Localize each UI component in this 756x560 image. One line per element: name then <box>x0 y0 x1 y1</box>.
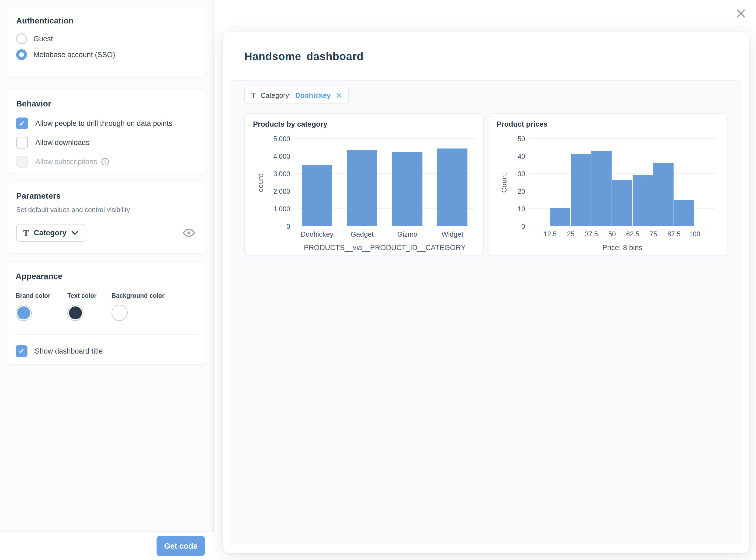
x-category-label: Gadget <box>351 230 374 239</box>
get-code-button[interactable]: Get code <box>157 536 205 556</box>
dashboard-title-toggle-row: Show dashboard title <box>7 345 206 357</box>
checkbox-icon[interactable] <box>16 345 27 357</box>
chart-plot-area <box>529 139 715 226</box>
histogram-bar-87.5[interactable] <box>674 200 695 226</box>
authentication-options: Guest Metabase account (SSO) <box>16 34 197 60</box>
gridline <box>294 226 475 226</box>
checkbox-label: Show dashboard title <box>35 347 103 356</box>
histogram-bar-12.5[interactable] <box>550 208 571 226</box>
behavior-card: Behavior Allow people to drill through o… <box>7 90 206 173</box>
filter-chip-value[interactable]: Doohickey <box>295 92 331 100</box>
radio-icon[interactable] <box>16 34 27 44</box>
checkbox-icon[interactable] <box>16 118 28 129</box>
close-icon[interactable] <box>735 7 747 19</box>
embed-settings-page: Authentication Guest Metabase account (S… <box>0 0 756 560</box>
divider <box>15 335 198 335</box>
y-tick-label: 2,000 <box>245 187 290 195</box>
x-tick-label: 100 <box>689 230 700 238</box>
background-color-swatch[interactable] <box>111 305 128 321</box>
dashboard-header: Handsome dashboard <box>223 32 749 81</box>
category-parameter-dropdown[interactable]: T Category <box>16 224 85 242</box>
radio-option-guest[interactable]: Guest <box>16 34 197 44</box>
x-tick-label: 12.5 <box>544 230 557 238</box>
histogram-bar-25[interactable] <box>571 154 591 226</box>
radio-option-metabase-sso[interactable]: Metabase account (SSO) <box>16 49 197 60</box>
y-tick-label: 4,000 <box>245 153 290 160</box>
parameter-row-category: T Category <box>16 224 197 242</box>
x-tick-label: 75 <box>650 230 657 238</box>
bar-doohickey[interactable] <box>302 165 332 226</box>
text-type-icon: T <box>251 92 256 99</box>
visibility-eye-icon[interactable] <box>183 228 195 237</box>
gridline <box>529 173 715 174</box>
checkbox-label: Allow subscriptions <box>35 158 109 166</box>
gridline <box>529 226 715 226</box>
x-axis-title: PRODUCTS__via__PRODUCT_ID__CATEGORY <box>304 244 466 252</box>
dashboard-cards-row: Products by category01,0002,0003,0004,00… <box>244 113 728 256</box>
background-color-field: Background color <box>111 292 165 321</box>
checkbox-allow-drill-through[interactable]: Allow people to drill through on data po… <box>16 118 197 129</box>
histogram-bar-75[interactable] <box>653 163 674 226</box>
swatch-label: Brand color <box>16 292 67 299</box>
text-color-swatch[interactable] <box>67 305 83 321</box>
gridline <box>294 138 475 139</box>
checkbox-label-text: Allow subscriptions <box>35 158 97 166</box>
dashboard-body: T Category: Doohickey Products by catego… <box>231 81 741 544</box>
behavior-checkboxes: Allow people to drill through on data po… <box>16 118 197 167</box>
gridline <box>529 138 715 139</box>
swatch-label: Background color <box>111 292 165 299</box>
settings-sidebar: Authentication Guest Metabase account (S… <box>0 0 213 560</box>
appearance-header: Appearance <box>7 272 206 281</box>
authentication-card: Authentication Guest Metabase account (S… <box>7 7 206 77</box>
checkbox-label: Allow people to drill through on data po… <box>35 119 172 128</box>
authentication-title: Authentication <box>16 16 197 25</box>
radio-icon[interactable] <box>16 49 27 60</box>
histogram-bar-50[interactable] <box>612 180 633 226</box>
chart-plot-area <box>294 139 475 226</box>
brand-color-swatch[interactable] <box>16 305 32 321</box>
gridline <box>529 156 715 156</box>
filter-chip-label: Category: <box>261 92 291 100</box>
checkbox-allow-downloads[interactable]: Allow downloads <box>16 137 197 148</box>
product-prices-chart-card: Product prices0102030405012.52537.55062.… <box>488 113 728 256</box>
brand-color-field: Brand color <box>16 292 67 321</box>
swatch-fill <box>17 306 30 319</box>
appearance-title: Appearance <box>16 272 197 281</box>
y-axis-title: Count <box>500 173 508 193</box>
y-axis-title: count <box>257 173 265 192</box>
y-tick-label: 40 <box>488 153 525 160</box>
checkbox-show-dashboard-title[interactable]: Show dashboard title <box>16 345 197 357</box>
appearance-card: Appearance Brand color Text color Backgr… <box>7 262 206 365</box>
y-tick-label: 0 <box>488 223 525 231</box>
chevron-down-icon <box>71 231 78 235</box>
products-by-category-chart-card: Products by category01,0002,0003,0004,00… <box>244 113 484 256</box>
checkbox-allow-subscriptions: Allow subscriptions <box>16 156 197 167</box>
x-category-label: Gizmo <box>397 230 417 239</box>
x-category-label: Doohickey <box>301 230 333 239</box>
radio-label: Metabase account (SSO) <box>34 51 115 59</box>
chart-title: Product prices <box>496 120 548 128</box>
x-category-label: Widget <box>442 230 464 239</box>
radio-label: Guest <box>34 35 53 43</box>
x-tick-label: 37.5 <box>585 230 598 238</box>
info-icon[interactable] <box>101 158 109 166</box>
bar-gadget[interactable] <box>347 150 377 226</box>
y-tick-label: 0 <box>245 223 290 231</box>
preview-area: Handsome dashboard T Category: Doohickey… <box>214 0 756 560</box>
histogram-bar-62.5[interactable] <box>633 175 653 226</box>
checkbox-icon[interactable] <box>16 137 28 148</box>
chart-title: Products by category <box>253 120 327 128</box>
category-filter-chip[interactable]: T Category: Doohickey <box>244 87 349 104</box>
x-tick-label: 50 <box>608 230 616 238</box>
y-tick-label: 50 <box>488 135 525 143</box>
checkbox-icon <box>16 156 28 167</box>
swatch-label: Text color <box>67 292 111 299</box>
parameters-card: Parameters Set default values and contro… <box>7 182 206 253</box>
bar-widget[interactable] <box>437 148 467 226</box>
checkbox-label: Allow downloads <box>35 139 89 147</box>
bar-gizmo[interactable] <box>392 152 423 226</box>
parameters-subtitle: Set default values and control visibilit… <box>16 206 197 214</box>
y-tick-label: 3,000 <box>245 170 290 178</box>
histogram-bar-37.5[interactable] <box>591 151 612 226</box>
remove-filter-icon[interactable] <box>336 92 343 99</box>
